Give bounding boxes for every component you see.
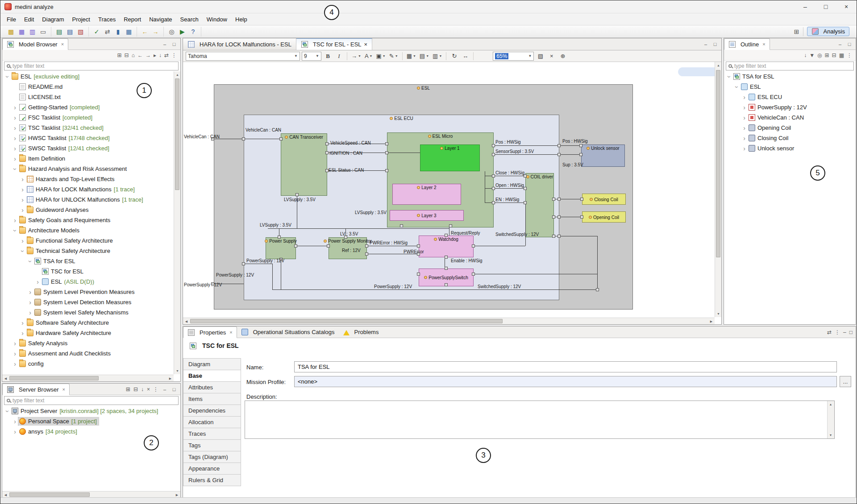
side-tab-attributes[interactable]: Attributes bbox=[183, 381, 241, 393]
model-item-hazards-and-top-level-effects[interactable]: ›Hazards and Top-Level Effects bbox=[2, 174, 174, 184]
model-item-system-level-prevention-measures[interactable]: ›System Level Prevention Measures bbox=[2, 287, 174, 297]
expander-icon[interactable]: › bbox=[741, 135, 748, 142]
view-menu-icon[interactable]: ⋮ bbox=[835, 329, 840, 335]
port-icon[interactable] bbox=[492, 174, 495, 178]
port-icon[interactable] bbox=[417, 273, 420, 276]
expander-icon[interactable]: › bbox=[19, 196, 26, 203]
menu-diagram[interactable]: Diagram bbox=[38, 14, 68, 25]
server-item-project-server[interactable]: ›Project Server[kristin.conradi] [2 spac… bbox=[2, 406, 180, 416]
diagram-canvas[interactable]: ESLESL ECUCAN TransceiverESL MicroLayer … bbox=[183, 62, 715, 317]
align-button[interactable]: ▤▼ bbox=[419, 52, 430, 61]
port-icon[interactable] bbox=[492, 201, 495, 204]
port-icon[interactable] bbox=[445, 267, 448, 270]
outline-item-esl[interactable]: ›ESL bbox=[724, 82, 856, 92]
maximize-view-icon[interactable]: □ bbox=[171, 41, 177, 47]
port-icon[interactable] bbox=[278, 235, 281, 239]
expander-icon[interactable]: › bbox=[12, 165, 19, 172]
close-button[interactable]: × bbox=[836, 0, 857, 13]
port-icon[interactable] bbox=[295, 193, 299, 196]
node-layer-3[interactable]: Layer 3 bbox=[390, 210, 464, 221]
port-icon[interactable] bbox=[327, 244, 330, 248]
expander-icon[interactable]: › bbox=[12, 135, 18, 142]
filter-icon[interactable]: ▼ bbox=[809, 52, 815, 58]
forward-icon[interactable]: → bbox=[146, 52, 151, 58]
expander-icon[interactable]: › bbox=[726, 73, 733, 80]
scrollbar-thumb[interactable] bbox=[190, 319, 503, 323]
validate-icon[interactable]: ✓ bbox=[92, 27, 101, 36]
tab-tsc-for-esl[interactable]: TSC for ESL - ESL × bbox=[296, 38, 372, 50]
side-tab-base[interactable]: Base bbox=[183, 370, 241, 382]
expander-icon[interactable]: › bbox=[741, 114, 748, 121]
model-item-technical-safety-architecture[interactable]: ›Technical Safety Architecture bbox=[2, 246, 174, 256]
forward-icon[interactable]: → bbox=[151, 27, 160, 36]
server-item-personal-space[interactable]: ›Personal Space[1 project] bbox=[2, 416, 180, 426]
canvas-horizontal-scrollbar[interactable]: ◀ ▶ bbox=[183, 318, 715, 324]
mission-profile-field[interactable]: <none> bbox=[294, 376, 837, 387]
port-icon[interactable] bbox=[492, 153, 495, 156]
help-icon[interactable]: ? bbox=[188, 27, 198, 36]
flip-button[interactable]: ↔ bbox=[461, 52, 470, 61]
tab-properties[interactable]: Properties × bbox=[183, 326, 237, 338]
close-tab-icon[interactable]: × bbox=[61, 41, 64, 47]
minimize-view-icon[interactable]: – bbox=[162, 41, 168, 47]
mission-profile-browse-button[interactable]: ... bbox=[840, 376, 851, 387]
search-icon[interactable]: ◎ bbox=[167, 27, 176, 36]
grid-button[interactable]: ▦▼ bbox=[406, 52, 417, 61]
expander-icon[interactable]: › bbox=[27, 258, 34, 264]
expander-icon[interactable]: › bbox=[19, 248, 26, 254]
side-tab-tags[interactable]: Tags bbox=[183, 439, 241, 451]
expander-icon[interactable]: › bbox=[12, 227, 19, 234]
model-browser-filter-input[interactable] bbox=[12, 63, 176, 69]
minimize-icon[interactable]: – bbox=[843, 329, 846, 335]
minimize-view-icon[interactable]: – bbox=[837, 41, 843, 47]
outline-item-closing-coil[interactable]: ›Closing Coil bbox=[724, 133, 856, 143]
collapse-all-icon[interactable]: ⊟ bbox=[133, 386, 138, 392]
expander-icon[interactable]: › bbox=[4, 408, 11, 414]
expander-icon[interactable]: › bbox=[27, 299, 33, 306]
minimize-view-icon[interactable]: – bbox=[703, 41, 709, 47]
model-item-hazard-analysis-and-risk-assessment[interactable]: ›Hazard Analysis and Risk Assessment bbox=[2, 164, 174, 174]
server-browser-horizontal-scrollbar[interactable]: ◀ ▶ bbox=[2, 491, 180, 498]
back-icon[interactable]: ← bbox=[140, 27, 150, 36]
perspective-analysis-button[interactable]: Analysis bbox=[807, 27, 849, 36]
port-icon[interactable] bbox=[325, 142, 329, 145]
node-unlock-sensor[interactable]: Unlock sensor bbox=[581, 145, 625, 167]
expander-icon[interactable]: › bbox=[19, 186, 26, 193]
menu-window[interactable]: Window bbox=[203, 14, 231, 25]
node-closing-coil[interactable]: Closing Coil bbox=[582, 194, 626, 205]
expander-icon[interactable]: › bbox=[12, 104, 18, 111]
view-menu-icon[interactable]: ⋮ bbox=[171, 52, 177, 58]
model-browser-vertical-scrollbar[interactable]: ▲ ▼ bbox=[174, 71, 180, 374]
port-icon[interactable] bbox=[472, 273, 475, 276]
expander-icon[interactable]: › bbox=[12, 114, 18, 121]
port-icon[interactable] bbox=[552, 198, 555, 201]
maximize-icon[interactable]: □ bbox=[849, 329, 853, 335]
model-item-guideword-analyses[interactable]: ›Guideword Analyses bbox=[2, 205, 174, 215]
add-server-icon[interactable]: ⊞ bbox=[126, 386, 130, 392]
menu-report[interactable]: Report bbox=[120, 14, 145, 25]
port-icon[interactable] bbox=[579, 153, 582, 156]
expander-icon[interactable]: › bbox=[12, 217, 18, 224]
port-icon[interactable] bbox=[279, 137, 283, 140]
expander-icon[interactable]: › bbox=[19, 319, 26, 326]
maximize-view-icon[interactable]: □ bbox=[712, 41, 718, 47]
run-icon[interactable]: ▶ bbox=[178, 27, 187, 36]
crossing-select-button[interactable]: × bbox=[547, 52, 556, 61]
delete-icon[interactable]: × bbox=[147, 386, 150, 392]
metrics-icon[interactable]: ▮ bbox=[113, 27, 123, 36]
port-icon[interactable] bbox=[596, 288, 599, 291]
scrollbar-thumb[interactable] bbox=[9, 492, 90, 497]
port-icon[interactable] bbox=[580, 198, 583, 201]
port-icon[interactable] bbox=[557, 235, 561, 238]
export-excel-icon[interactable]: ▤ bbox=[54, 27, 64, 36]
focus-icon[interactable]: ◎ bbox=[817, 52, 822, 58]
save-icon[interactable]: ▦ bbox=[17, 27, 26, 36]
model-item-config[interactable]: ›config bbox=[2, 359, 174, 369]
sort-icon[interactable]: ↓ bbox=[159, 52, 162, 58]
expander-icon[interactable]: › bbox=[12, 340, 18, 347]
close-tab-icon[interactable]: × bbox=[364, 41, 368, 48]
routing-button[interactable]: ▥▼ bbox=[432, 52, 443, 61]
side-tab-diagram[interactable]: Diagram bbox=[183, 358, 241, 370]
outline-item-powersupply-12v[interactable]: ›PowerSupply : 12V bbox=[724, 102, 856, 112]
sort-icon[interactable]: ↓ bbox=[804, 52, 807, 58]
